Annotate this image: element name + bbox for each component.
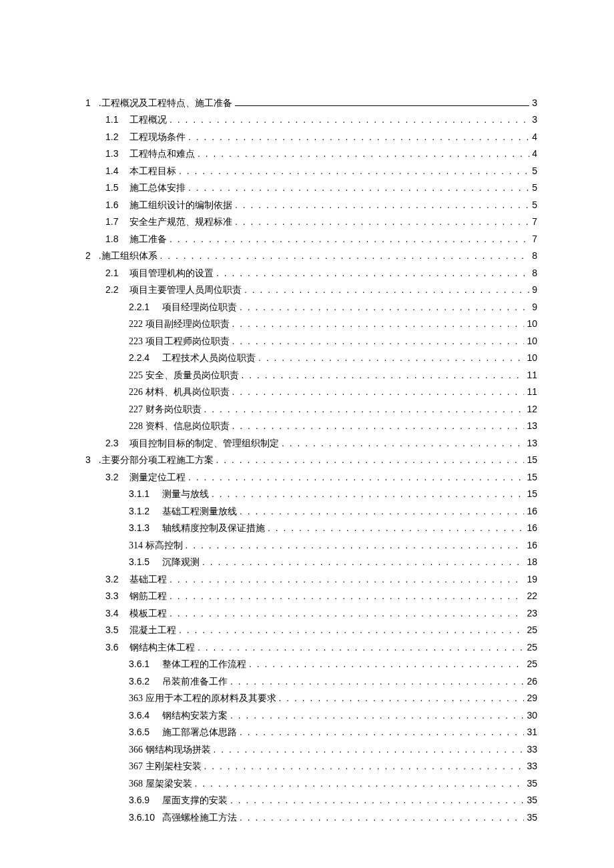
toc-entry[interactable]: 1.2工程现场条件. . . . . . . . . . . . . . . .… (85, 132, 537, 142)
toc-leader: . . . . . . . . . . . . . . . . . . . . … (216, 455, 525, 464)
toc-entry-title: 钢筋工程 (129, 592, 167, 601)
toc-entry[interactable]: 227 财务岗位职责. . . . . . . . . . . . . . . … (85, 404, 537, 414)
toc-leader: . . . . . . . . . . . . . . . . . . . . … (188, 132, 529, 141)
toc-entry[interactable]: 3.1.5沉降观测. . . . . . . . . . . . . . . .… (85, 557, 537, 567)
toc-leader: . . . . . . . . . . . . . . . . . . . . … (170, 574, 524, 584)
toc-entry-title: 项目经理岗位职责 (162, 303, 237, 312)
toc-entry[interactable]: 3.3钢筋工程. . . . . . . . . . . . . . . . .… (85, 591, 537, 601)
toc-entry-page: 22 (527, 591, 537, 600)
toc-entry[interactable]: 1.4本工程目标. . . . . . . . . . . . . . . . … (85, 166, 537, 176)
toc-entry[interactable]: 1.3工程特点和难点. . . . . . . . . . . . . . . … (85, 149, 537, 159)
toc-entry-title: 混凝土工程 (129, 626, 176, 635)
toc-entry-number: 3 (85, 455, 95, 464)
toc-entry-page: 9 (532, 285, 537, 294)
toc-entry[interactable]: 2.2项目主要管理人员周位职责. . . . . . . . . . . . .… (85, 285, 537, 295)
toc-entry[interactable]: 1.7安全生产规范、规程标准. . . . . . . . . . . . . … (85, 217, 537, 227)
toc-entry-number: 3.6.9 (129, 795, 158, 805)
toc-entry-title: 工程技术人员岗位职责 (162, 354, 256, 363)
toc-entry[interactable]: 222 项目副经理岗位职责. . . . . . . . . . . . . .… (85, 319, 537, 329)
toc-entry-number: 1.6 (105, 200, 125, 209)
toc-entry[interactable]: 3.主要分部分项工程施工方案. . . . . . . . . . . . . … (85, 455, 537, 465)
toc-entry[interactable]: 366 钢结构现场拼装. . . . . . . . . . . . . . .… (85, 745, 537, 755)
toc-entry-number: 3.6.1 (129, 659, 158, 669)
toc-entry-number: 2.2 (105, 285, 125, 294)
toc-entry[interactable]: 3.6钢结构主体工程. . . . . . . . . . . . . . . … (85, 642, 537, 653)
toc-entry[interactable]: 3.1.2基础工程测量放线. . . . . . . . . . . . . .… (85, 506, 537, 516)
toc-leader: . . . . . . . . . . . . . . . . . . . . … (240, 506, 524, 516)
toc-entry[interactable]: 1.6施工组织设计的编制依据. . . . . . . . . . . . . … (85, 200, 537, 210)
toc-entry-page: 16 (527, 523, 537, 532)
toc-entry-title: 整体工程的工作流程 (162, 660, 246, 669)
toc-entry[interactable]: 2.3项目控制目标的制定、管理组织制定. . . . . . . . . . .… (85, 438, 537, 448)
toc-entry[interactable]: 3.2基础工程. . . . . . . . . . . . . . . . .… (85, 574, 537, 584)
toc-entry[interactable]: 3.6.4钢结构安装方案. . . . . . . . . . . . . . … (85, 711, 537, 721)
toc-entry[interactable]: 3.4模板工程. . . . . . . . . . . . . . . . .… (85, 608, 537, 618)
toc-entry[interactable]: 2.2.1项目经理岗位职责. . . . . . . . . . . . . .… (85, 302, 537, 312)
toc-entry-page: 9 (532, 302, 537, 312)
toc-entry-number: 2.1 (105, 268, 125, 278)
toc-entry-number: 3.4 (105, 608, 125, 618)
toc-entry-page: 13 (527, 438, 537, 448)
toc-entry[interactable]: 368 屋架梁安装. . . . . . . . . . . . . . . .… (85, 779, 537, 789)
toc-entry-page: 7 (532, 217, 537, 226)
toc-entry-page: 19 (527, 574, 537, 584)
toc-entry-title: 模板工程 (129, 609, 167, 618)
toc-leader: . . . . . . . . . . . . . . . . . . . . … (230, 795, 524, 805)
toc-entry[interactable]: 3.2测量定位工程. . . . . . . . . . . . . . . .… (85, 472, 537, 482)
toc-entry-number: 1 (85, 98, 95, 107)
toc-entry[interactable]: 367 主刚架柱安装. . . . . . . . . . . . . . . … (85, 761, 537, 771)
toc-entry-number: 2.2.4 (129, 353, 158, 362)
toc-leader: . . . . . . . . . . . . . . . . . . . . … (170, 591, 524, 600)
toc-entry[interactable]: 1.工程概况及工程特点、施工准备3 (85, 97, 537, 108)
toc-entry-title: 项目控制目标的制定、管理组织制定 (129, 439, 279, 448)
toc-leader: . . . . . . . . . . . . . . . . . . . . … (188, 472, 524, 482)
toc-entry-number: 3.6.5 (129, 727, 158, 737)
toc-leader (235, 97, 530, 106)
toc-entry-page: 5 (532, 200, 537, 209)
toc-entry[interactable]: 3.6.5施工部署总体思路. . . . . . . . . . . . . .… (85, 727, 537, 737)
toc-leader: . . . . . . . . . . . . . . . . . . . . … (195, 779, 525, 788)
toc-entry-page: 12 (527, 404, 537, 414)
toc-entry-number: 3.5 (105, 625, 125, 634)
toc-entry[interactable]: 223 项目工程师岗位职责. . . . . . . . . . . . . .… (85, 336, 537, 346)
toc-entry[interactable]: 2.施工组织体系. . . . . . . . . . . . . . . . … (85, 251, 537, 261)
toc-entry[interactable]: 228 资料、信息岗位职责. . . . . . . . . . . . . .… (85, 421, 537, 431)
toc-entry-number: 3.2 (105, 472, 125, 482)
toc-entry-page: 30 (527, 711, 537, 720)
toc-entry[interactable]: 3.1.1测量与放线. . . . . . . . . . . . . . . … (85, 489, 537, 499)
toc-entry-number: 3.6.2 (129, 677, 158, 686)
toc-leader: . . . . . . . . . . . . . . . . . . . . … (240, 302, 529, 312)
toc-entry-number: 1.8 (105, 234, 125, 244)
toc-leader: . . . . . . . . . . . . . . . . . . . . … (216, 268, 529, 278)
toc-entry[interactable]: 3.1.3轴线精度控制及保证措施. . . . . . . . . . . . … (85, 523, 537, 533)
toc-entry[interactable]: 363 应用于本工程的原材料及其要求. . . . . . . . . . . … (85, 693, 537, 703)
toc-entry-page: 23 (527, 608, 537, 618)
toc-leader: . . . . . . . . . . . . . . . . . . . . … (240, 813, 524, 822)
toc-leader: . . . . . . . . . . . . . . . . . . . . … (242, 370, 525, 380)
toc-entry-title: 钢结构安装方案 (162, 711, 228, 721)
toc-entry-title: 314 标高控制 (129, 541, 183, 550)
toc-entry[interactable]: 3.6.2吊装前准备工作. . . . . . . . . . . . . . … (85, 677, 537, 687)
toc-entry-page: 3 (532, 98, 537, 107)
toc-entry-page: 16 (527, 540, 537, 550)
toc-entry-number: 1.3 (105, 149, 125, 158)
toc-leader: . . . . . . . . . . . . . . . . . . . . … (204, 404, 525, 414)
toc-entry[interactable]: 1.8施工准备. . . . . . . . . . . . . . . . .… (85, 234, 537, 244)
toc-entry-number: 3.3 (105, 591, 125, 600)
toc-entry[interactable]: 2.2.4工程技术人员岗位职责. . . . . . . . . . . . .… (85, 353, 537, 363)
toc-entry[interactable]: 225 安全、质量员岗位职责. . . . . . . . . . . . . … (85, 370, 537, 380)
toc-entry[interactable]: 3.5混凝土工程. . . . . . . . . . . . . . . . … (85, 625, 537, 635)
toc-entry-title: 安全生产规范、规程标准 (129, 218, 232, 227)
toc-entry-page: 25 (527, 659, 537, 669)
toc-entry[interactable]: 226 材料、机具岗位职责. . . . . . . . . . . . . .… (85, 387, 537, 397)
toc-entry[interactable]: 1.1工程概况. . . . . . . . . . . . . . . . .… (85, 115, 537, 125)
toc-entry[interactable]: 1.5施工总体安排. . . . . . . . . . . . . . . .… (85, 183, 537, 193)
toc-entry[interactable]: 3.6.1整体工程的工作流程. . . . . . . . . . . . . … (85, 659, 537, 669)
toc-entry-page: 15 (527, 489, 537, 498)
toc-entry[interactable]: 314 标高控制. . . . . . . . . . . . . . . . … (85, 540, 537, 550)
toc-leader: . . . . . . . . . . . . . . . . . . . . … (170, 608, 524, 618)
toc-entry-page: 35 (527, 795, 537, 805)
toc-entry[interactable]: 2.1项目管理机构的设置. . . . . . . . . . . . . . … (85, 268, 537, 278)
toc-entry[interactable]: 3.6.10高强螺栓施工方法. . . . . . . . . . . . . … (85, 813, 537, 823)
toc-entry[interactable]: 3.6.9屋面支撑的安装. . . . . . . . . . . . . . … (85, 795, 537, 805)
